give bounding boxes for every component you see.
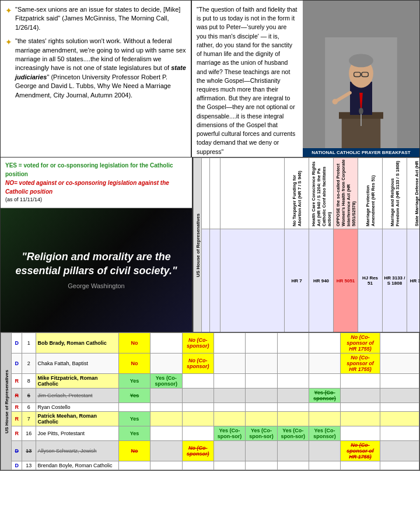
cell-boyle-6 bbox=[277, 461, 309, 470]
cell-meehan-9 bbox=[380, 412, 419, 426]
th-vertical-label: US House of Represenatives bbox=[194, 158, 202, 332]
cell-gerlach-3 bbox=[182, 388, 214, 403]
cell-costello-4 bbox=[214, 403, 245, 412]
party-pitts: R bbox=[12, 426, 22, 441]
cell-boyle-1 bbox=[118, 461, 150, 470]
party-fitzpatrick: R bbox=[12, 374, 22, 388]
cell-schwartz-8: No (Co-sponsor of HR 1755) bbox=[341, 441, 380, 461]
cell-pitts-7: Yes (Co-sponsor) bbox=[309, 426, 340, 441]
cell-gerlach-9 bbox=[380, 388, 419, 403]
cell-costello-7 bbox=[309, 403, 340, 412]
table-row-costello: R 6 Ryan Costello bbox=[1, 403, 419, 412]
cell-boyle-9 bbox=[380, 461, 419, 470]
cell-fitzpatrick-2: Yes (Co-sponsor) bbox=[150, 374, 182, 388]
cell-brady-4 bbox=[214, 333, 245, 354]
bill-party-col bbox=[202, 229, 210, 332]
party-brady: D bbox=[12, 333, 22, 354]
legend-yes: YES = voted for or co-sponsoring legisla… bbox=[5, 161, 187, 178]
cell-costello-6 bbox=[277, 403, 309, 412]
bullet-item-2: ✦ "the states' rights solution won't wor… bbox=[5, 37, 186, 100]
table-row-fattah: D 2 Chaka Fattah, Baptist No No (Co-spon… bbox=[1, 354, 419, 374]
cell-fattah-7 bbox=[309, 354, 340, 374]
cell-schwartz-7 bbox=[309, 441, 340, 461]
cell-costello-2 bbox=[150, 403, 182, 412]
cell-boyle-4 bbox=[214, 461, 245, 470]
cell-pitts-4: Yes (Co-spon-sor) bbox=[214, 426, 245, 441]
cell-fitzpatrick-3 bbox=[182, 374, 214, 388]
top-right-panel: "The question of faith and fidelity that… bbox=[192, 1, 419, 157]
cell-fitzpatrick-7 bbox=[309, 374, 340, 388]
num-costello: 6 bbox=[22, 403, 36, 412]
th-name bbox=[220, 158, 285, 229]
bill-num-col bbox=[210, 229, 220, 332]
party-boyle: D bbox=[12, 461, 22, 470]
table-row-meehan: R 7 Patrick Meehan, Roman Catholic Yes bbox=[1, 412, 419, 426]
table-data-section: US House of Represenatives D 1 Bob Brady… bbox=[0, 332, 420, 471]
cell-fitzpatrick-9 bbox=[380, 374, 419, 388]
top-left-panel: ✦ "Same-sex unions are an issue for stat… bbox=[1, 1, 192, 157]
bullet-item-1: ✦ "Same-sex unions are an issue for stat… bbox=[5, 5, 186, 32]
cell-pitts-3 bbox=[182, 426, 214, 441]
th-col-5: Marriage and Religious Freedom Act (HR 3… bbox=[383, 158, 407, 229]
name-brady: Bob Brady, Roman Catholic bbox=[36, 333, 118, 354]
num-brady: 1 bbox=[22, 333, 36, 354]
cell-brady-5 bbox=[246, 333, 277, 354]
cell-pitts-8 bbox=[341, 426, 380, 441]
cell-costello-3 bbox=[182, 403, 214, 412]
th-party bbox=[202, 158, 210, 229]
cell-costello-9 bbox=[380, 403, 419, 412]
cell-schwartz-5 bbox=[246, 441, 277, 461]
cell-fitzpatrick-5 bbox=[246, 374, 277, 388]
cell-boyle-5 bbox=[246, 461, 277, 470]
table-row-boyle: D 13 Brendan Boyle, Roman Catholic bbox=[1, 461, 419, 470]
cell-fattah-8: No (Co-sponsor of HR 1755) bbox=[341, 354, 380, 374]
cell-fitzpatrick-6 bbox=[277, 374, 309, 388]
th-col-1: No Taxpayer Funding for Abortion Act (HR… bbox=[285, 158, 309, 229]
table-row-schwartz: D 13 Allyson Schwartz, Jewish No No (Co-… bbox=[1, 441, 419, 461]
th-num bbox=[210, 158, 220, 229]
cell-pitts-2 bbox=[150, 426, 182, 441]
bill-1: HR 7 bbox=[285, 229, 309, 332]
prayer-breakfast-banner: NATIONAL CATHOLIC PRAYER BREAKFAST bbox=[303, 148, 419, 157]
table-header-panel: US House of Represenatives No Taxpayer F… bbox=[193, 158, 419, 332]
cell-brady-1: No bbox=[118, 333, 150, 354]
bullet-star-1: ✦ bbox=[5, 6, 12, 15]
quote-body: "The question of faith and fidelity that… bbox=[197, 6, 297, 155]
col-header-2: Health Care Conscience Rights Act (HR 94… bbox=[311, 159, 332, 226]
cell-fitzpatrick-8 bbox=[341, 374, 380, 388]
cell-schwartz-1: No bbox=[118, 441, 150, 461]
top-right-quote-text: "The question of faith and fidelity that… bbox=[192, 1, 303, 157]
cell-brady-6 bbox=[277, 333, 309, 354]
cell-costello-5 bbox=[246, 403, 277, 412]
cell-schwartz-3: No (Co-sponsor) bbox=[182, 441, 214, 461]
cell-gerlach-4 bbox=[214, 388, 245, 403]
num-boyle: 13 bbox=[22, 461, 36, 470]
name-schwartz: Allyson Schwartz, Jewish bbox=[36, 441, 118, 461]
cell-fattah-9 bbox=[380, 354, 419, 374]
cell-boyle-7 bbox=[309, 461, 340, 470]
num-fattah: 2 bbox=[22, 354, 36, 374]
party-schwartz: D bbox=[12, 441, 22, 461]
quote-content: "Religion and morality are the essential… bbox=[6, 250, 186, 289]
col-header-3: OPPOSE the so-called Protect Women's Hea… bbox=[335, 159, 356, 226]
middle-section: YES = voted for or co-sponsoring legisla… bbox=[0, 158, 420, 332]
col-header-1: No Taxpayer Funding for Abortion Act (HR… bbox=[292, 159, 302, 226]
svg-point-13 bbox=[359, 108, 363, 114]
cell-gerlach-7: Yes (Co-sponsor) bbox=[309, 388, 340, 403]
cell-boyle-8 bbox=[341, 461, 380, 470]
cell-gerlach-1: Yes bbox=[118, 388, 150, 403]
cell-brady-3: No (Co-sponsor) bbox=[182, 333, 214, 354]
cell-fattah-6 bbox=[277, 354, 309, 374]
th-col-3: OPPOSE the so-called Protect Women's Hea… bbox=[334, 158, 358, 229]
cell-pitts-6: Yes (Co-spon-sor) bbox=[277, 426, 309, 441]
top-section: ✦ "Same-sex unions are an issue for stat… bbox=[0, 0, 420, 158]
table-row-gerlach: R 6 Jim Gerlach, Protestant Yes Yes (Co-… bbox=[1, 388, 419, 403]
col-header-5: Marriage and Religious Freedom Act (HR 3… bbox=[390, 159, 400, 226]
middle-left-panel: YES = voted for or co-sponsoring legisla… bbox=[1, 158, 193, 332]
name-fitzpatrick: Mike Fitzpatrick, Roman Catholic bbox=[36, 374, 118, 388]
bill-4: HJ Res 51 bbox=[358, 229, 383, 332]
name-fattah: Chaka Fattah, Baptist bbox=[36, 354, 118, 374]
row-us-house-label: US House of Represenatives bbox=[1, 333, 12, 470]
cell-brady-9 bbox=[380, 333, 419, 354]
table-row-brady: US House of Represenatives D 1 Bob Brady… bbox=[1, 333, 419, 354]
